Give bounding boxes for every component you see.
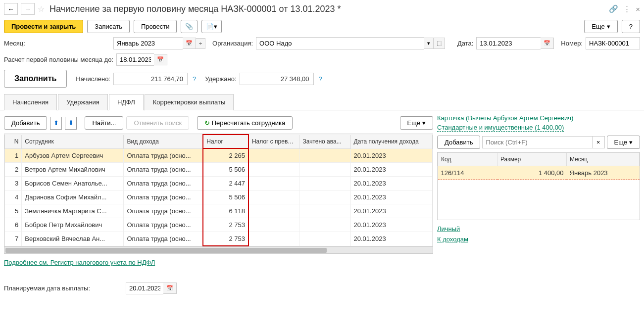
col-n[interactable]: N <box>5 135 22 148</box>
star-icon[interactable]: ☆ <box>38 4 45 14</box>
submit-close-button[interactable]: Провести и закрыть <box>4 20 83 33</box>
org-dropdown[interactable]: ▾ <box>424 38 434 49</box>
table-row[interactable]: 2 Ветров Артем Михайлович Оплата труда (… <box>5 163 433 177</box>
cell-advance <box>299 218 350 232</box>
back-button[interactable]: ← <box>4 3 18 15</box>
table-row[interactable]: 6 Бобров Петр Михайлович Оплата труда (о… <box>5 218 433 232</box>
cell-tax: 2 753 <box>203 232 248 246</box>
calc-calendar-icon[interactable]: 📅 <box>154 54 167 65</box>
col-tax[interactable]: Налог <box>203 135 248 148</box>
table-more-button[interactable]: Еще ▾ <box>400 116 433 130</box>
ded-row[interactable]: 126/114 1 400,00 Январь 2023 <box>438 166 640 180</box>
cell-excess <box>248 218 299 232</box>
date-input[interactable] <box>476 37 541 49</box>
cell-n: 1 <box>5 148 22 163</box>
withheld-hint[interactable]: ? <box>319 75 322 83</box>
calendar-icon[interactable]: 📅 <box>183 38 196 49</box>
cell-emp: Арбузов Артем Сергеевич <box>22 148 124 163</box>
h-scrollbar[interactable] <box>4 246 433 253</box>
cell-n: 7 <box>5 232 22 246</box>
sheet-button[interactable]: 📄▾ <box>201 20 222 33</box>
date-calendar-icon[interactable]: 📅 <box>541 38 554 49</box>
org-label: Организация: <box>212 40 253 47</box>
table-row[interactable]: 5 Земляничка Маргарита С... Оплата труда… <box>5 204 433 218</box>
right-add-button[interactable]: Добавить <box>437 136 480 149</box>
cancel-search-button[interactable]: Отменить поиск <box>126 116 189 130</box>
tab-corrections[interactable]: Корректировки выплаты <box>145 94 234 110</box>
find-button[interactable]: Найти... <box>85 116 123 130</box>
forward-button[interactable]: → <box>21 3 35 15</box>
tab-ndfl[interactable]: НДФЛ <box>109 94 144 110</box>
right-more-button[interactable]: Еще ▾ <box>607 136 640 149</box>
save-button[interactable]: Записать <box>87 20 130 33</box>
org-open[interactable]: ⬚ <box>434 38 445 49</box>
submit-button[interactable]: Провести <box>134 20 177 33</box>
ded-col-month[interactable]: Месяц <box>567 153 640 166</box>
recalc-button[interactable]: ↻ Пересчитать сотрудника <box>197 116 293 130</box>
month-input[interactable] <box>113 37 183 49</box>
calc-until-input[interactable] <box>116 53 154 66</box>
cell-type: Оплата труда (осно... <box>124 177 203 190</box>
close-icon[interactable]: × <box>636 5 640 13</box>
cell-tax: 5 506 <box>203 163 248 177</box>
cell-n: 3 <box>5 177 22 190</box>
col-emp[interactable]: Сотрудник <box>22 135 124 148</box>
details-link[interactable]: Подробнее см. Регистр налогового учета п… <box>4 259 155 266</box>
link-icon[interactable]: 🔗 <box>609 4 618 13</box>
table-row[interactable]: 3 Борисов Семен Анатолье... Оплата труда… <box>5 177 433 190</box>
withheld-value: 27 348,00 <box>240 73 314 85</box>
cell-date: 20.01.2023 <box>350 232 432 246</box>
table-row[interactable]: 4 Даринова София Михайл... Оплата труда … <box>5 190 433 204</box>
cell-tax: 6 118 <box>203 204 248 218</box>
accrued-label: Начислено: <box>76 75 110 83</box>
attach-button[interactable]: 📎 <box>181 20 198 33</box>
cell-emp: Ветров Артем Михайлович <box>22 163 124 177</box>
to-income-link[interactable]: К доходам <box>437 235 640 243</box>
cell-emp: Земляничка Маргарита С... <box>22 204 124 218</box>
clear-search-button[interactable]: × <box>593 136 605 148</box>
add-button[interactable]: Добавить <box>4 116 47 130</box>
move-up-button[interactable]: ⬆ <box>50 117 62 130</box>
cell-date: 20.01.2023 <box>350 177 432 190</box>
accrued-hint[interactable]: ? <box>193 75 196 83</box>
ded-col-code[interactable]: Код <box>438 153 497 166</box>
cell-type: Оплата труда (осно... <box>124 148 203 163</box>
cell-advance <box>299 190 350 204</box>
cell-tax: 2 753 <box>203 218 248 232</box>
table-row[interactable]: 1 Арбузов Артем Сергеевич Оплата труда (… <box>5 148 433 163</box>
more-button[interactable]: Еще ▾ <box>584 20 617 33</box>
tab-withholdings[interactable]: Удержания <box>58 94 108 110</box>
cell-type: Оплата труда (осно... <box>124 218 203 232</box>
help-button[interactable]: ? <box>622 20 640 33</box>
cell-advance <box>299 232 350 246</box>
fill-button[interactable]: Заполнить <box>4 70 67 88</box>
number-input[interactable] <box>586 37 640 49</box>
col-advance[interactable]: Зачтено ава... <box>299 135 350 148</box>
cell-excess <box>248 204 299 218</box>
cell-emp: Верховский Вячеслав Ан... <box>22 232 124 246</box>
org-input[interactable] <box>256 37 424 49</box>
ded-month: Январь 2023 <box>567 166 640 180</box>
planned-calendar-icon[interactable]: 📅 <box>163 282 177 294</box>
col-tax-excess[interactable]: Налог с превы... <box>248 135 299 148</box>
month-spin[interactable]: ÷ <box>196 38 205 49</box>
ded-col-size[interactable]: Размер <box>497 153 567 166</box>
menu-icon[interactable]: ⋮ <box>623 4 631 13</box>
cell-type: Оплата труда (осно... <box>124 163 203 177</box>
number-label: Номер: <box>561 40 583 47</box>
planned-date-label: Планируемая дата выплаты: <box>4 284 123 292</box>
move-down-button[interactable]: ⬇ <box>65 117 77 130</box>
tab-accruals[interactable]: Начисления <box>4 94 57 110</box>
cell-tax: 2 447 <box>203 177 248 190</box>
col-date[interactable]: Дата получения дохода <box>350 135 432 148</box>
deductions-link[interactable]: Стандартные и имущественные (1 400,00) <box>437 124 564 132</box>
col-type[interactable]: Вид дохода <box>124 135 203 148</box>
table-row[interactable]: 7 Верховский Вячеслав Ан... Оплата труда… <box>5 232 433 246</box>
search-input[interactable] <box>482 136 592 148</box>
personal-link[interactable]: Личный <box>437 225 640 233</box>
cell-emp: Бобров Петр Михайлович <box>22 218 124 232</box>
cell-excess <box>248 190 299 204</box>
cell-n: 6 <box>5 218 22 232</box>
planned-date-input[interactable] <box>126 282 163 294</box>
withheld-label: Удержано: <box>205 75 236 83</box>
